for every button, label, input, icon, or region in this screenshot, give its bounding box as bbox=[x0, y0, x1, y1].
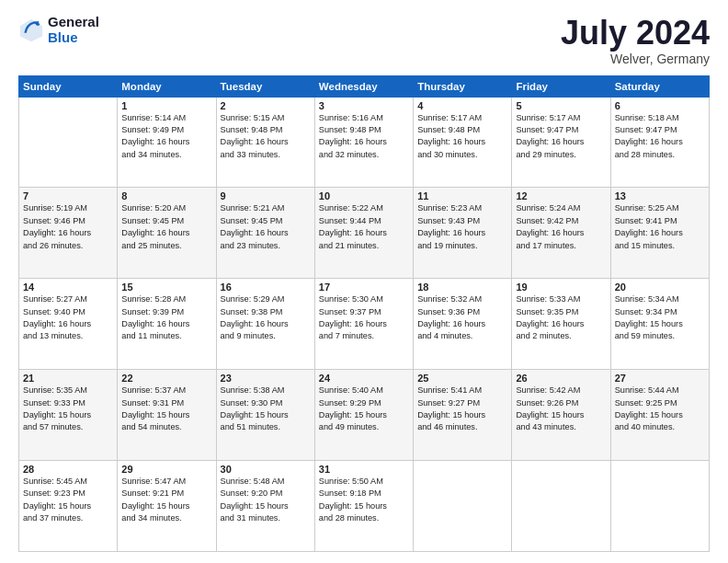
day-number: 27 bbox=[615, 373, 705, 384]
header: General Blue July 2024 Welver, Germany bbox=[18, 15, 710, 66]
day-number: 10 bbox=[319, 190, 409, 201]
logo-icon bbox=[18, 17, 44, 43]
calendar-cell: 16Sunrise: 5:29 AM Sunset: 9:38 PM Dayli… bbox=[216, 279, 314, 370]
day-info: Sunrise: 5:22 AM Sunset: 9:44 PM Dayligh… bbox=[319, 202, 409, 251]
day-number: 7 bbox=[23, 190, 113, 201]
calendar-cell: 5Sunrise: 5:17 AM Sunset: 9:47 PM Daylig… bbox=[512, 97, 610, 188]
calendar-header-row: SundayMondayTuesdayWednesdayThursdayFrid… bbox=[19, 75, 710, 97]
day-info: Sunrise: 5:29 AM Sunset: 9:38 PM Dayligh… bbox=[221, 293, 311, 342]
day-info: Sunrise: 5:38 AM Sunset: 9:30 PM Dayligh… bbox=[221, 385, 311, 433]
calendar-cell: 2Sunrise: 5:15 AM Sunset: 9:48 PM Daylig… bbox=[216, 97, 314, 188]
calendar-header-monday: Monday bbox=[118, 75, 216, 97]
calendar-table: SundayMondayTuesdayWednesdayThursdayFrid… bbox=[18, 75, 710, 552]
calendar-header-thursday: Thursday bbox=[414, 75, 512, 97]
calendar-cell: 25Sunrise: 5:41 AM Sunset: 9:27 PM Dayli… bbox=[414, 370, 512, 461]
day-number: 21 bbox=[23, 373, 113, 384]
day-number: 11 bbox=[417, 190, 507, 201]
day-info: Sunrise: 5:44 AM Sunset: 9:25 PM Dayligh… bbox=[615, 385, 705, 433]
day-info: Sunrise: 5:35 AM Sunset: 9:33 PM Dayligh… bbox=[23, 385, 113, 433]
day-info: Sunrise: 5:28 AM Sunset: 9:39 PM Dayligh… bbox=[121, 293, 211, 342]
day-info: Sunrise: 5:25 AM Sunset: 9:41 PM Dayligh… bbox=[615, 202, 705, 251]
day-number: 26 bbox=[516, 373, 606, 384]
calendar-week-3: 14Sunrise: 5:27 AM Sunset: 9:40 PM Dayli… bbox=[19, 279, 710, 370]
day-info: Sunrise: 5:34 AM Sunset: 9:34 PM Dayligh… bbox=[615, 293, 705, 342]
calendar-header-sunday: Sunday bbox=[19, 75, 118, 97]
day-info: Sunrise: 5:17 AM Sunset: 9:47 PM Dayligh… bbox=[516, 112, 606, 161]
day-number: 17 bbox=[319, 282, 409, 293]
logo: General Blue bbox=[18, 15, 99, 45]
calendar-header-wednesday: Wednesday bbox=[314, 75, 413, 97]
calendar-cell: 27Sunrise: 5:44 AM Sunset: 9:25 PM Dayli… bbox=[610, 370, 709, 461]
day-info: Sunrise: 5:45 AM Sunset: 9:23 PM Dayligh… bbox=[23, 476, 113, 524]
day-number: 2 bbox=[221, 100, 311, 111]
calendar-cell: 28Sunrise: 5:45 AM Sunset: 9:23 PM Dayli… bbox=[19, 461, 118, 552]
calendar-cell: 14Sunrise: 5:27 AM Sunset: 9:40 PM Dayli… bbox=[19, 279, 118, 370]
day-info: Sunrise: 5:33 AM Sunset: 9:35 PM Dayligh… bbox=[516, 293, 606, 342]
day-number: 13 bbox=[615, 190, 705, 201]
calendar-cell: 17Sunrise: 5:30 AM Sunset: 9:37 PM Dayli… bbox=[314, 279, 413, 370]
calendar-week-4: 21Sunrise: 5:35 AM Sunset: 9:33 PM Dayli… bbox=[19, 370, 710, 461]
day-info: Sunrise: 5:20 AM Sunset: 9:45 PM Dayligh… bbox=[121, 202, 211, 251]
page: General Blue July 2024 Welver, Germany S… bbox=[0, 0, 728, 563]
day-info: Sunrise: 5:41 AM Sunset: 9:27 PM Dayligh… bbox=[417, 385, 507, 433]
day-number: 14 bbox=[23, 282, 113, 293]
day-number: 20 bbox=[615, 282, 705, 293]
day-info: Sunrise: 5:18 AM Sunset: 9:47 PM Dayligh… bbox=[615, 112, 705, 161]
calendar-cell: 13Sunrise: 5:25 AM Sunset: 9:41 PM Dayli… bbox=[610, 188, 709, 279]
calendar-cell: 10Sunrise: 5:22 AM Sunset: 9:44 PM Dayli… bbox=[314, 188, 413, 279]
day-number: 9 bbox=[221, 190, 311, 201]
day-info: Sunrise: 5:27 AM Sunset: 9:40 PM Dayligh… bbox=[23, 293, 113, 342]
calendar-cell bbox=[610, 461, 709, 552]
day-info: Sunrise: 5:19 AM Sunset: 9:46 PM Dayligh… bbox=[23, 202, 113, 251]
calendar-week-1: 1Sunrise: 5:14 AM Sunset: 9:49 PM Daylig… bbox=[19, 97, 710, 188]
day-number: 3 bbox=[319, 100, 409, 111]
calendar-cell: 19Sunrise: 5:33 AM Sunset: 9:35 PM Dayli… bbox=[512, 279, 610, 370]
calendar-cell: 21Sunrise: 5:35 AM Sunset: 9:33 PM Dayli… bbox=[19, 370, 118, 461]
day-info: Sunrise: 5:15 AM Sunset: 9:48 PM Dayligh… bbox=[221, 112, 311, 161]
calendar-cell: 24Sunrise: 5:40 AM Sunset: 9:29 PM Dayli… bbox=[314, 370, 413, 461]
day-number: 31 bbox=[319, 464, 409, 475]
calendar-cell: 12Sunrise: 5:24 AM Sunset: 9:42 PM Dayli… bbox=[512, 188, 610, 279]
title-block: July 2024 Welver, Germany bbox=[561, 15, 710, 66]
logo-text: General Blue bbox=[48, 15, 99, 45]
day-number: 22 bbox=[121, 373, 211, 384]
day-number: 6 bbox=[615, 100, 705, 111]
calendar-cell bbox=[414, 461, 512, 552]
day-number: 30 bbox=[221, 464, 311, 475]
calendar-cell: 7Sunrise: 5:19 AM Sunset: 9:46 PM Daylig… bbox=[19, 188, 118, 279]
day-info: Sunrise: 5:32 AM Sunset: 9:36 PM Dayligh… bbox=[417, 293, 507, 342]
day-number: 28 bbox=[23, 464, 113, 475]
calendar-cell: 3Sunrise: 5:16 AM Sunset: 9:48 PM Daylig… bbox=[314, 97, 413, 188]
day-info: Sunrise: 5:30 AM Sunset: 9:37 PM Dayligh… bbox=[319, 293, 409, 342]
day-info: Sunrise: 5:23 AM Sunset: 9:43 PM Dayligh… bbox=[417, 202, 507, 251]
day-info: Sunrise: 5:47 AM Sunset: 9:21 PM Dayligh… bbox=[121, 476, 211, 524]
calendar-cell bbox=[19, 97, 118, 188]
day-info: Sunrise: 5:42 AM Sunset: 9:26 PM Dayligh… bbox=[516, 385, 606, 433]
day-number: 25 bbox=[417, 373, 507, 384]
calendar-header-friday: Friday bbox=[512, 75, 610, 97]
calendar-week-5: 28Sunrise: 5:45 AM Sunset: 9:23 PM Dayli… bbox=[19, 461, 710, 552]
day-number: 8 bbox=[121, 190, 211, 201]
calendar-cell: 23Sunrise: 5:38 AM Sunset: 9:30 PM Dayli… bbox=[216, 370, 314, 461]
day-info: Sunrise: 5:40 AM Sunset: 9:29 PM Dayligh… bbox=[319, 385, 409, 433]
day-number: 23 bbox=[221, 373, 311, 384]
calendar-header-saturday: Saturday bbox=[610, 75, 709, 97]
calendar-cell: 30Sunrise: 5:48 AM Sunset: 9:20 PM Dayli… bbox=[216, 461, 314, 552]
calendar-cell: 29Sunrise: 5:47 AM Sunset: 9:21 PM Dayli… bbox=[118, 461, 216, 552]
calendar-cell: 8Sunrise: 5:20 AM Sunset: 9:45 PM Daylig… bbox=[118, 188, 216, 279]
calendar-cell: 1Sunrise: 5:14 AM Sunset: 9:49 PM Daylig… bbox=[118, 97, 216, 188]
day-number: 15 bbox=[121, 282, 211, 293]
subtitle: Welver, Germany bbox=[561, 52, 710, 66]
day-number: 4 bbox=[417, 100, 507, 111]
day-number: 5 bbox=[516, 100, 606, 111]
calendar-cell: 6Sunrise: 5:18 AM Sunset: 9:47 PM Daylig… bbox=[610, 97, 709, 188]
calendar-cell: 18Sunrise: 5:32 AM Sunset: 9:36 PM Dayli… bbox=[414, 279, 512, 370]
calendar-cell bbox=[512, 461, 610, 552]
day-info: Sunrise: 5:48 AM Sunset: 9:20 PM Dayligh… bbox=[221, 476, 311, 524]
month-title: July 2024 bbox=[561, 15, 710, 52]
day-info: Sunrise: 5:16 AM Sunset: 9:48 PM Dayligh… bbox=[319, 112, 409, 161]
day-number: 19 bbox=[516, 282, 606, 293]
day-number: 18 bbox=[417, 282, 507, 293]
day-info: Sunrise: 5:37 AM Sunset: 9:31 PM Dayligh… bbox=[121, 385, 211, 433]
day-info: Sunrise: 5:17 AM Sunset: 9:48 PM Dayligh… bbox=[417, 112, 507, 161]
